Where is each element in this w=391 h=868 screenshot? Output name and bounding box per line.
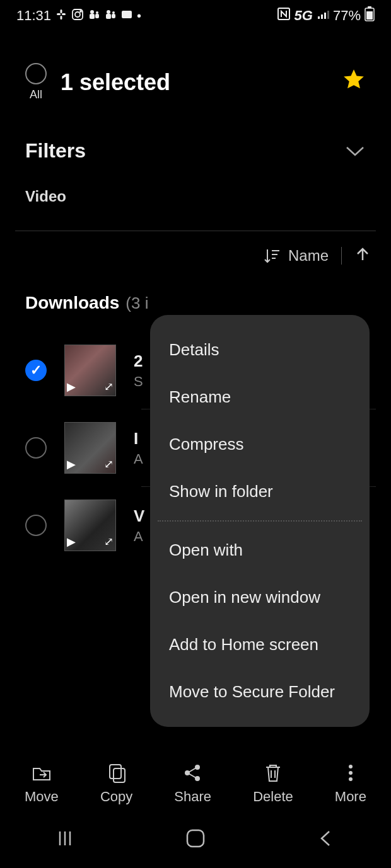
video-thumbnail[interactable]: ▶ ⤢ xyxy=(64,345,116,396)
trash-icon xyxy=(262,762,284,784)
menu-rename[interactable]: Rename xyxy=(150,374,370,421)
svg-point-38 xyxy=(349,777,353,781)
filter-type-value: Video xyxy=(0,169,391,231)
move-label: Move xyxy=(25,789,59,805)
delete-label: Delete xyxy=(253,789,293,805)
nfc-icon xyxy=(277,7,291,25)
teams-icon xyxy=(88,8,100,24)
file-subtitle: A xyxy=(134,528,144,545)
file-subtitle: A xyxy=(134,451,143,467)
svg-rect-20 xyxy=(327,11,329,19)
more-button[interactable]: More xyxy=(335,762,366,805)
filters-toggle[interactable]: Filters xyxy=(0,120,391,169)
svg-rect-12 xyxy=(106,14,111,19)
move-icon xyxy=(31,762,52,784)
file-name: V xyxy=(134,506,144,526)
downloads-title: Downloads xyxy=(25,293,119,313)
menu-show-in-folder[interactable]: Show in folder xyxy=(150,468,370,515)
svg-rect-27 xyxy=(110,765,121,779)
copy-icon xyxy=(106,762,127,784)
battery-icon xyxy=(365,6,375,25)
recents-button[interactable] xyxy=(54,828,76,852)
svg-rect-0 xyxy=(57,13,61,15)
home-icon xyxy=(184,826,207,850)
svg-rect-8 xyxy=(90,14,95,19)
app-icon xyxy=(120,8,133,24)
svg-rect-15 xyxy=(122,11,132,18)
move-button[interactable]: Move xyxy=(25,762,59,805)
status-time: 11:31 xyxy=(16,8,51,24)
share-label: Share xyxy=(174,789,211,805)
svg-point-6 xyxy=(80,11,81,12)
sort-row: Name xyxy=(0,231,391,280)
recents-icon xyxy=(54,828,76,849)
svg-rect-3 xyxy=(61,16,62,20)
more-label: More xyxy=(335,789,366,805)
svg-rect-18 xyxy=(321,14,323,19)
svg-point-37 xyxy=(349,771,353,775)
favorite-button[interactable] xyxy=(342,67,366,97)
checkbox[interactable] xyxy=(25,515,47,536)
share-button[interactable]: Share xyxy=(174,762,211,805)
status-bar: 11:31 • 5G 77% xyxy=(0,0,391,31)
context-menu: Details Rename Compress Show in folder O… xyxy=(150,315,370,727)
action-bar: Move Copy Share Delete More xyxy=(0,756,391,811)
menu-separator xyxy=(158,520,362,522)
delete-button[interactable]: Delete xyxy=(253,762,293,805)
copy-label: Copy xyxy=(100,789,132,805)
svg-line-32 xyxy=(189,768,196,772)
select-all-button[interactable]: All xyxy=(25,63,47,101)
file-name: I xyxy=(134,429,143,448)
video-thumbnail[interactable]: ▶ ⤢ xyxy=(64,500,116,551)
battery-percent: 77% xyxy=(333,8,361,24)
svg-rect-1 xyxy=(62,13,66,15)
menu-add-home[interactable]: Add to Home screen xyxy=(150,621,370,668)
file-subtitle: S xyxy=(134,374,143,390)
star-icon xyxy=(342,67,366,91)
svg-point-36 xyxy=(349,765,353,768)
more-icon xyxy=(340,762,361,784)
play-icon: ▶ xyxy=(67,535,76,549)
svg-rect-42 xyxy=(187,830,204,847)
sort-button[interactable]: Name xyxy=(263,247,329,265)
selection-title: 1 selected xyxy=(61,69,328,96)
sort-icon xyxy=(263,247,281,265)
menu-open-with[interactable]: Open with xyxy=(150,527,370,574)
expand-icon: ⤢ xyxy=(104,380,114,394)
file-name: 2 xyxy=(134,351,143,371)
video-thumbnail[interactable]: ▶ ⤢ xyxy=(64,422,116,474)
play-icon: ▶ xyxy=(67,457,76,471)
back-button[interactable] xyxy=(315,828,337,852)
dot-icon: • xyxy=(137,9,141,23)
select-all-label: All xyxy=(30,88,42,101)
system-nav-bar xyxy=(0,811,391,868)
svg-point-7 xyxy=(90,10,94,14)
home-button[interactable] xyxy=(184,826,207,853)
menu-secure-folder[interactable]: Move to Secure Folder xyxy=(150,668,370,716)
svg-rect-14 xyxy=(112,14,115,18)
back-icon xyxy=(315,828,337,849)
chevron-down-icon xyxy=(344,145,366,157)
expand-icon: ⤢ xyxy=(104,535,114,549)
svg-point-5 xyxy=(75,12,80,17)
sort-direction-button[interactable] xyxy=(354,246,371,265)
share-icon xyxy=(182,762,204,784)
checkbox-checked[interactable]: ✓ xyxy=(25,360,47,381)
svg-rect-2 xyxy=(61,9,62,13)
menu-details[interactable]: Details xyxy=(150,326,370,374)
arrow-up-icon xyxy=(354,246,371,263)
filters-label: Filters xyxy=(25,139,86,163)
menu-open-new-window[interactable]: Open in new window xyxy=(150,574,370,621)
checkbox[interactable] xyxy=(25,437,47,459)
svg-rect-17 xyxy=(318,16,320,19)
check-icon: ✓ xyxy=(30,362,42,379)
expand-icon: ⤢ xyxy=(104,457,114,471)
selection-header: All 1 selected xyxy=(0,31,391,120)
signal-icon xyxy=(317,8,329,24)
svg-point-9 xyxy=(96,11,98,14)
svg-line-33 xyxy=(189,774,196,778)
menu-compress[interactable]: Compress xyxy=(150,421,370,468)
instagram-icon xyxy=(71,8,84,24)
downloads-count: (3 i xyxy=(125,294,148,313)
copy-button[interactable]: Copy xyxy=(100,762,132,805)
